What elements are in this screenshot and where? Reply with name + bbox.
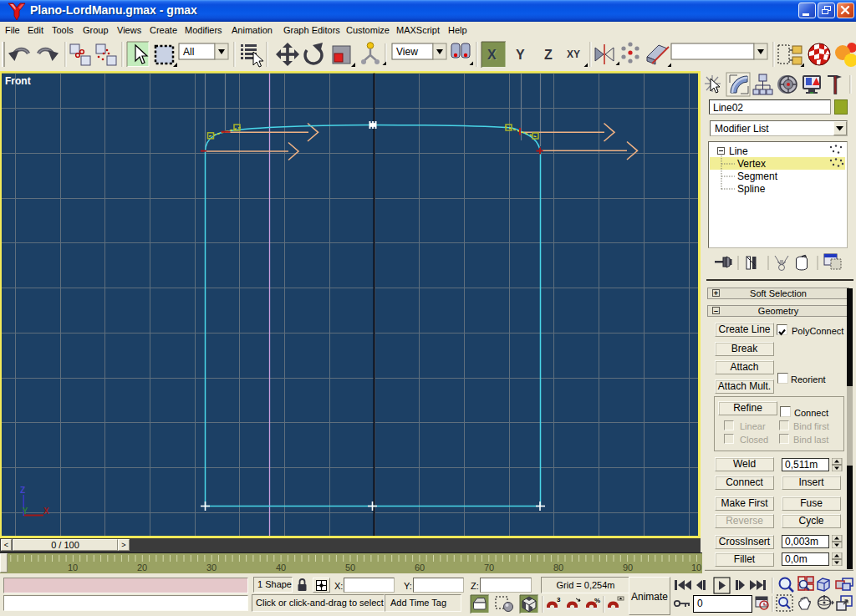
svg-text:50: 50 — [345, 563, 355, 573]
svg-text:Front: Front — [5, 75, 31, 87]
svg-text:3: 3 — [557, 596, 561, 603]
svg-text:Z: Z — [20, 486, 25, 495]
svg-text:70: 70 — [484, 563, 494, 573]
svg-text:30: 30 — [206, 563, 217, 573]
svg-text:90: 90 — [623, 563, 633, 573]
svg-text:XY: XY — [567, 48, 580, 60]
svg-text:40: 40 — [276, 563, 286, 573]
svg-text:X: X — [43, 507, 49, 516]
svg-text:X: X — [487, 48, 497, 62]
svg-text:10: 10 — [691, 563, 701, 573]
svg-text:%: % — [594, 597, 600, 604]
svg-text:All: All — [183, 46, 194, 58]
svg-text:10: 10 — [68, 563, 78, 573]
svg-text:20: 20 — [137, 563, 147, 573]
svg-text:60: 60 — [415, 563, 425, 573]
svg-text:Y: Y — [516, 48, 525, 62]
svg-text:80: 80 — [553, 563, 563, 573]
svg-text:Z: Z — [544, 48, 553, 62]
svg-text:View: View — [396, 46, 418, 58]
svg-text:Y: Y — [23, 507, 28, 516]
